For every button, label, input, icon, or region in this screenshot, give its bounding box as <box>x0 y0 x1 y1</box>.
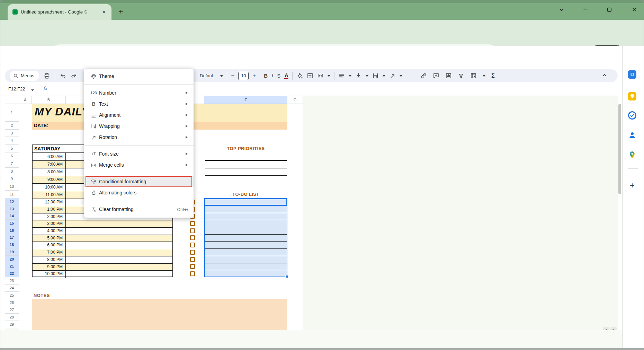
time-cell[interactable]: 1:00 PM <box>33 206 66 213</box>
insert-comment-icon[interactable] <box>433 72 439 79</box>
schedule-row[interactable]: 4:00 PM <box>33 228 172 235</box>
undo-icon[interactable] <box>60 72 66 79</box>
text-rotation-icon[interactable] <box>389 72 396 79</box>
row-header-9[interactable]: 9 <box>5 175 19 183</box>
menus-search-button[interactable]: Menus <box>10 71 39 81</box>
column-header-A[interactable]: A <box>19 96 32 104</box>
name-box-dropdown-icon[interactable] <box>31 89 34 93</box>
window-close-button[interactable]: × <box>628 5 641 15</box>
schedule-row[interactable]: 10:00 PM <box>33 271 172 278</box>
row-header-15[interactable]: 15 <box>5 220 19 227</box>
row-header-13[interactable]: 13 <box>5 205 19 213</box>
schedule-row[interactable]: 5:00 PM <box>33 235 172 242</box>
row-header-23[interactable]: 23 <box>5 277 19 285</box>
row-header-10[interactable]: 10 <box>5 183 19 191</box>
pivot-table-icon[interactable] <box>470 72 477 79</box>
time-cell[interactable]: 10:00 PM <box>33 271 66 278</box>
row-header-18[interactable]: 18 <box>5 241 19 248</box>
increase-font-icon[interactable]: + <box>252 72 256 79</box>
row-header-17[interactable]: 17 <box>5 234 19 241</box>
get-add-ons-icon[interactable]: + <box>628 181 636 190</box>
schedule-row[interactable]: 8:00 PM <box>33 256 172 264</box>
row-header-3[interactable]: 3 <box>5 130 19 137</box>
font-name-select[interactable]: Defaul... <box>200 73 216 78</box>
row-header-16[interactable]: 16 <box>5 227 19 234</box>
functions-sigma-icon[interactable]: Σ <box>491 73 495 79</box>
row-header-8[interactable]: 8 <box>5 168 19 175</box>
active-cell-f12[interactable] <box>204 198 287 206</box>
time-cell[interactable]: 9:00 AM <box>33 176 66 183</box>
italic-icon[interactable]: I <box>271 73 273 79</box>
fill-color-icon[interactable] <box>296 72 303 79</box>
time-cell[interactable]: 5:00 PM <box>33 235 66 242</box>
keep-icon[interactable] <box>628 92 636 100</box>
format-menu-item-wrapping[interactable]: Wrapping <box>84 121 194 132</box>
vertical-align-icon[interactable] <box>355 72 362 79</box>
strikethrough-icon[interactable]: S <box>277 73 280 79</box>
row-header-20[interactable]: 20 <box>5 256 19 263</box>
time-cell[interactable]: 7:00 AM <box>33 161 66 168</box>
time-cell[interactable]: 8:00 PM <box>33 256 66 263</box>
format-menu-item-theme[interactable]: Theme <box>84 71 194 82</box>
row-header-14[interactable]: 14 <box>5 213 19 220</box>
time-cell[interactable]: 12:00 PM <box>33 199 66 206</box>
format-menu-item-conditional-formatting[interactable]: Conditional formatting <box>84 176 194 187</box>
column-header-G[interactable]: G <box>287 96 303 104</box>
font-dropdown-icon[interactable] <box>220 75 223 78</box>
notes-title-cell[interactable]: NOTES <box>34 293 50 298</box>
horizontal-align-icon[interactable] <box>338 72 345 79</box>
window-menu-chevron-icon[interactable] <box>555 5 568 15</box>
name-box[interactable]: F12:F22 <box>8 86 25 91</box>
calendar-icon[interactable]: 31 <box>628 70 636 79</box>
row-header-24[interactable]: 24 <box>5 285 19 292</box>
column-header-B[interactable]: B <box>32 96 66 104</box>
tab-close-icon[interactable]: × <box>100 9 107 16</box>
time-cell[interactable]: 7:00 PM <box>33 249 66 256</box>
bold-icon[interactable]: B <box>264 73 268 79</box>
schedule-row[interactable]: 7:00 PM <box>33 249 172 256</box>
todo-checkbox[interactable] <box>190 228 195 233</box>
priority-line[interactable] <box>205 175 287 176</box>
tasks-icon[interactable] <box>628 111 636 120</box>
column-header-F[interactable]: F <box>204 96 287 104</box>
todo-selected-range[interactable] <box>204 198 287 277</box>
row-header-4[interactable]: 4 <box>5 137 19 145</box>
format-menu-item-alternating-colors[interactable]: Alternating colors <box>84 187 194 198</box>
row-header-27[interactable]: 27 <box>5 306 19 314</box>
align-dropdown-icon[interactable] <box>349 75 351 78</box>
text-wrap-icon[interactable] <box>372 72 379 79</box>
decrease-font-icon[interactable]: − <box>231 72 234 79</box>
borders-icon[interactable] <box>307 72 313 79</box>
font-size-input[interactable]: 10 <box>238 72 249 80</box>
schedule-row[interactable]: 3:00 PM <box>33 220 172 228</box>
todo-checkbox[interactable] <box>190 243 195 247</box>
text-color-icon[interactable]: A <box>284 73 288 79</box>
row-header-1[interactable]: 1 <box>5 104 19 122</box>
row-header-25[interactable]: 25 <box>5 292 19 299</box>
time-cell[interactable]: 6:00 AM <box>33 153 66 160</box>
todo-title-cell[interactable]: TO-DO LIST <box>204 192 287 197</box>
format-menu-item-clear-formatting[interactable]: Clear formattingCtrl+\ <box>84 204 194 215</box>
insert-link-icon[interactable] <box>420 72 427 79</box>
row-header-11[interactable]: 11 <box>5 191 19 198</box>
row-header-21[interactable]: 21 <box>5 263 19 270</box>
merge-dropdown-icon[interactable] <box>328 75 330 78</box>
row-header-29[interactable]: 29 <box>5 321 19 328</box>
selection-fill-handle[interactable] <box>285 275 288 278</box>
todo-checkbox[interactable] <box>190 235 195 240</box>
window-maximize-button[interactable] <box>603 5 616 15</box>
format-menu-item-text[interactable]: BText <box>84 98 194 110</box>
priority-line[interactable] <box>205 160 287 161</box>
filter-icon[interactable] <box>458 72 464 79</box>
top-priorities-title-cell[interactable]: TOP PRIORITIES <box>204 146 287 151</box>
merge-cells-icon[interactable] <box>317 72 324 79</box>
wrap-dropdown-icon[interactable] <box>383 75 385 78</box>
time-cell[interactable]: 11:00 AM <box>33 191 66 199</box>
select-all-corner[interactable] <box>5 96 19 104</box>
rotation-dropdown-icon[interactable] <box>400 75 402 78</box>
row-header-12[interactable]: 12 <box>5 198 19 205</box>
row-header-26[interactable]: 26 <box>5 299 19 306</box>
todo-checkbox[interactable] <box>190 264 195 269</box>
vertical-scrollbar[interactable] <box>618 104 621 194</box>
row-header-6[interactable]: 6 <box>5 152 19 160</box>
